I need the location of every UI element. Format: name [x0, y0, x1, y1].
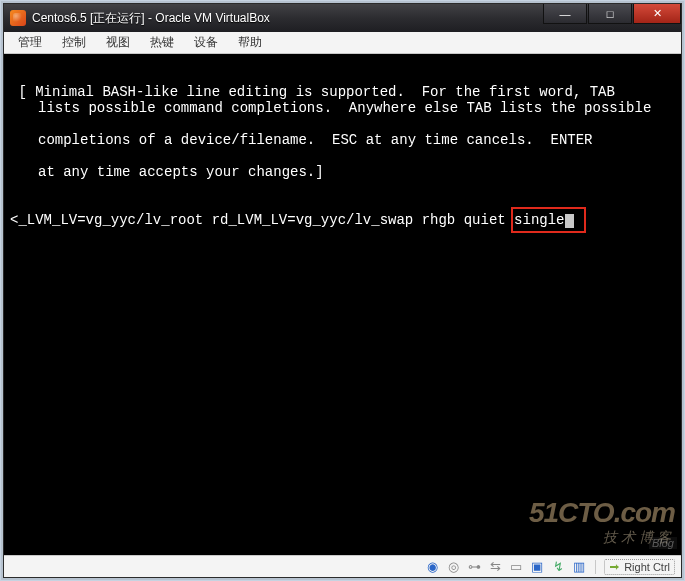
menu-view[interactable]: 视图	[98, 32, 138, 53]
annotation-box	[511, 207, 585, 233]
menu-bar: 管理 控制 视图 热键 设备 帮助	[4, 32, 681, 54]
window-title: Centos6.5 [正在运行] - Oracle VM VirtualBox	[32, 10, 270, 27]
highlighted-term: single	[514, 212, 573, 228]
app-window: Centos6.5 [正在运行] - Oracle VM VirtualBox …	[3, 3, 682, 578]
menu-hotkeys[interactable]: 热键	[142, 32, 182, 53]
menu-devices[interactable]: 设备	[186, 32, 226, 53]
shared-folder-icon[interactable]: ▭	[508, 559, 524, 575]
status-icons: ◉ ◎ ⊶ ⇆ ▭ ▣ ↯ ▥	[424, 559, 587, 575]
mouse-integration-icon[interactable]: ↯	[550, 559, 566, 575]
status-separator	[595, 560, 596, 574]
hostkey-label: Right Ctrl	[624, 561, 670, 573]
display-icon[interactable]: ▣	[529, 559, 545, 575]
usb-icon[interactable]: ⊶	[466, 559, 482, 575]
optical-drive-icon[interactable]: ◎	[445, 559, 461, 575]
host-key-indicator[interactable]: ⮕ Right Ctrl	[604, 559, 675, 575]
grub-edit-line[interactable]: <_LVM_LV=vg_yyc/lv_root rd_LVM_LV=vg_yyc…	[10, 212, 675, 228]
grub-help-line-1: [ Minimal BASH-like line editing is supp…	[10, 84, 615, 100]
grub-cmd-prefix: <_LVM_LV=vg_yyc/lv_root rd_LVM_LV=vg_yyc…	[10, 212, 514, 228]
window-buttons: — □ ✕	[543, 4, 681, 32]
maximize-button[interactable]: □	[588, 4, 632, 24]
menu-control[interactable]: 控制	[54, 32, 94, 53]
title-bar[interactable]: Centos6.5 [正在运行] - Oracle VM VirtualBox …	[4, 4, 681, 32]
status-bar: ◉ ◎ ⊶ ⇆ ▭ ▣ ↯ ▥ ⮕ Right Ctrl	[4, 555, 681, 577]
maximize-icon: □	[607, 8, 614, 20]
grub-help-line-3: completions of a device/filename. ESC at…	[10, 132, 675, 148]
virtualbox-icon	[10, 10, 26, 26]
menu-help[interactable]: 帮助	[230, 32, 270, 53]
hostkey-arrow-icon: ⮕	[609, 561, 620, 573]
close-icon: ✕	[653, 7, 662, 20]
grub-help-line-4: at any time accepts your changes.]	[10, 164, 675, 180]
capture-icon[interactable]: ▥	[571, 559, 587, 575]
minimize-button[interactable]: —	[543, 4, 587, 24]
grub-help-line-2: lists possible command completions. Anyw…	[10, 100, 675, 116]
guest-terminal[interactable]: [ Minimal BASH-like line editing is supp…	[4, 54, 681, 555]
close-button[interactable]: ✕	[633, 4, 681, 24]
minimize-icon: —	[560, 8, 571, 20]
network-icon[interactable]: ⇆	[487, 559, 503, 575]
hard-disk-icon[interactable]: ◉	[424, 559, 440, 575]
menu-manage[interactable]: 管理	[10, 32, 50, 53]
